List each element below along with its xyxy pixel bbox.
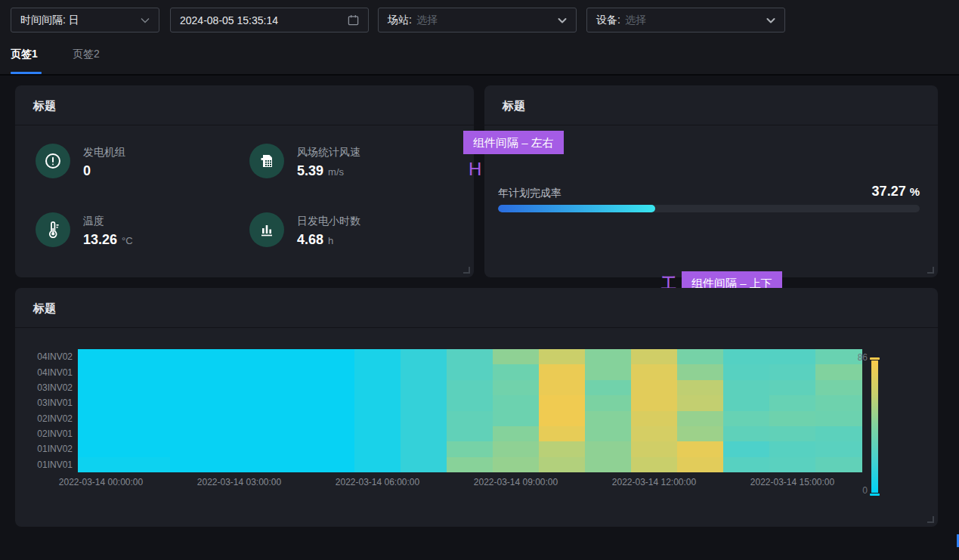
heatmap-cell [585, 395, 632, 411]
heatmap-cell [170, 457, 217, 473]
kpi-label: 温度 [83, 213, 133, 228]
heatmap-cell [585, 411, 632, 427]
heatmap-cell [539, 380, 586, 396]
tab-1[interactable]: 页签1 [11, 48, 38, 61]
interval-select[interactable]: 时间间隔: 日 [11, 8, 159, 32]
kpi-unit: °C [122, 235, 133, 246]
kpi-unit: h [328, 235, 333, 246]
heatmap-cell [677, 395, 724, 411]
visualmap-bottom-handle[interactable] [870, 493, 880, 496]
heatmap-cell [262, 426, 309, 442]
progress-bar [498, 205, 920, 212]
heatmap-cell [769, 364, 816, 380]
heatmap-cell [216, 426, 263, 442]
heatmap-cell [308, 380, 355, 396]
datetime-picker[interactable]: 2024-08-05 15:35:14 [170, 8, 369, 32]
card-title: 标题 [503, 99, 525, 113]
heatmap-cell [815, 380, 862, 396]
heatmap-cell [539, 395, 586, 411]
heatmap-cell [124, 457, 171, 473]
card-divider [15, 125, 474, 125]
kpi-value: 4.68 [297, 232, 323, 247]
heatmap-cell [78, 411, 125, 427]
heatmap-cell [723, 349, 770, 365]
heatmap-cell [585, 426, 632, 442]
heatmap-cell [308, 364, 355, 380]
heatmap-cell [493, 380, 540, 396]
heatmap-cell [262, 395, 309, 411]
heatmap-cell [170, 441, 217, 457]
heatmap-x-label: 2022-03-14 06:00:00 [336, 477, 419, 487]
visualmap-top-handle[interactable] [870, 357, 880, 360]
heatmap-cell [447, 364, 493, 380]
visualmap-min-label: 0 [843, 485, 868, 496]
heatmap-cell [216, 395, 263, 411]
heatmap-cell [677, 364, 724, 380]
resize-grip[interactable] [927, 267, 934, 274]
heatmap-x-label: 2022-03-14 15:00:00 [750, 477, 834, 487]
heatmap-cell [262, 457, 309, 473]
visualmap-max-label: 86 [843, 352, 868, 363]
heatmap-y-label: 01INV01 [37, 457, 73, 472]
heatmap-cell [677, 426, 724, 442]
heatmap-cell [493, 364, 540, 380]
resize-grip[interactable] [463, 267, 470, 274]
heatmap-cell [262, 441, 309, 457]
heatmap-cell [447, 426, 493, 442]
heatmap-cell [262, 411, 309, 427]
heatmap-cell [401, 364, 447, 380]
heatmap-cell [815, 457, 862, 473]
kpi-value: 13.26 [83, 232, 117, 247]
heatmap-y-label: 03INV02 [37, 380, 73, 395]
heatmap-cell [723, 411, 770, 427]
station-select[interactable]: 场站: 选择 [378, 8, 577, 32]
heatmap-cell [354, 349, 401, 365]
heatmap-cell [124, 380, 171, 396]
tab-2[interactable]: 页签2 [73, 48, 100, 61]
heatmap-cell [170, 395, 217, 411]
heatmap-y-axis: 04INV0204INV0103INV0203INV0102INV0202INV… [27, 349, 73, 472]
heatmap-cell [170, 411, 217, 427]
heatmap-cell [216, 380, 263, 396]
kpi-temperature: 温度 13.26°C [36, 212, 133, 252]
progress-fill [498, 205, 655, 212]
heatmap-cell [493, 441, 540, 457]
heatmap-cell [631, 364, 678, 380]
header: 时间间隔: 日 2024-08-05 15:35:14 场站: 选择 设备: 选… [0, 0, 959, 76]
heatmap-cell [585, 457, 632, 473]
heatmap-cell [815, 441, 862, 457]
heatmap-x-label: 2022-03-14 00:00:00 [59, 477, 143, 487]
kpi-value: 0 [83, 163, 91, 178]
heatmap-y-label: 04INV01 [37, 365, 73, 380]
metric-value: 37.27% [872, 184, 920, 200]
card-divider [484, 125, 938, 125]
heatmap-cell [216, 457, 263, 473]
heatmap-cell [769, 380, 816, 396]
active-tab-underline [11, 72, 42, 74]
heatmap-cell [769, 349, 816, 365]
resize-grip[interactable] [927, 516, 934, 523]
bar-chart-icon [249, 212, 284, 247]
heatmap-cell [631, 426, 678, 442]
metric-label: 年计划完成率 [498, 187, 561, 200]
heatmap-cell [262, 349, 309, 365]
heatmap-cell [308, 441, 355, 457]
progress-card: 标题 年计划完成率 37.27% [484, 85, 938, 277]
visualmap-gradient-bar[interactable] [871, 360, 878, 493]
thermometer-icon [36, 212, 70, 247]
heatmap-cell [723, 457, 770, 473]
heatmap-cell [78, 457, 125, 473]
heatmap-cell [447, 380, 493, 396]
heatmap-cell [493, 411, 540, 427]
heatmap-cell [401, 411, 447, 427]
heatmap-cell [78, 426, 125, 442]
heatmap-y-label: 02INV01 [37, 426, 73, 441]
spacing-marker-h: H [469, 160, 481, 178]
datetime-value: 2024-08-05 15:35:14 [180, 14, 278, 26]
heatmap-cell [447, 441, 493, 457]
device-select[interactable]: 设备: 选择 [586, 8, 785, 32]
heatmap-cell [262, 364, 309, 380]
heatmap-cell [585, 364, 632, 380]
heatmap-cell [78, 395, 125, 411]
chevron-down-icon [141, 17, 150, 23]
